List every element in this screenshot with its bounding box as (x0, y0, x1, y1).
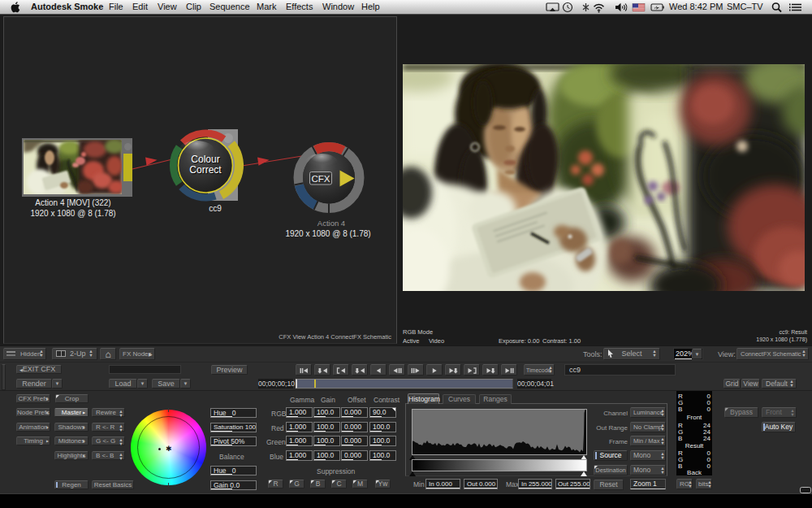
svg-text:1920 x 1080 @ 8 (1.78): 1920 x 1080 @ 8 (1.78) (30, 209, 115, 218)
svg-text:1920 x 1080 @ 8 (1.78): 1920 x 1080 @ 8 (1.78) (285, 229, 370, 238)
svg-text:cc9: cc9 (209, 204, 222, 213)
svg-text:Action 4: Action 4 (317, 219, 345, 228)
svg-text:CFX: CFX (312, 174, 330, 184)
svg-text:Colour: Colour (191, 154, 219, 165)
svg-text:Action 4 [MOV] (322): Action 4 [MOV] (322) (35, 198, 110, 207)
svg-text:Correct: Correct (189, 164, 222, 176)
